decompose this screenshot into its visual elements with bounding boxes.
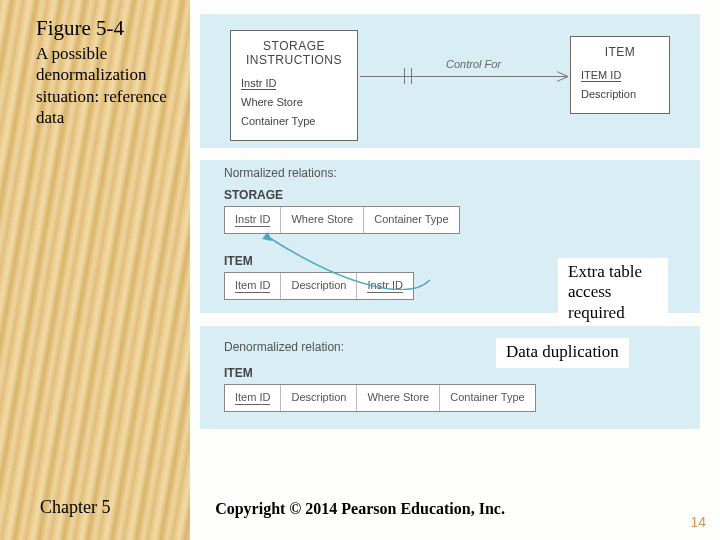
col-header: Container Type xyxy=(364,207,458,233)
copyright-text: Copyright © 2014 Pearson Education, Inc. xyxy=(0,500,720,518)
col-header: Instr ID xyxy=(357,273,412,299)
callout-extra-access: Extra table access required xyxy=(558,258,668,329)
entity-storage-instructions: STORAGE INSTRUCTIONS Instr ID Where Stor… xyxy=(230,30,358,141)
entity-pk: Instr ID xyxy=(241,77,276,90)
col-header: Description xyxy=(281,273,357,299)
entity-attr: Where Store xyxy=(241,96,303,109)
section-heading: Normalized relations: xyxy=(224,166,337,180)
entity-title: ITEM xyxy=(581,45,659,59)
crows-foot-icon xyxy=(556,69,568,83)
col-header: Item ID xyxy=(225,385,281,411)
table-title: ITEM xyxy=(224,366,253,380)
col-header: Where Store xyxy=(357,385,440,411)
figure-number: Figure 5-4 xyxy=(36,16,196,41)
col-header: Instr ID xyxy=(225,207,281,233)
entity-title: STORAGE INSTRUCTIONS xyxy=(241,39,347,67)
entity-item: ITEM ITEM ID Description xyxy=(570,36,670,114)
entity-attr: Container Type xyxy=(241,115,315,128)
figure-title-block: Figure 5-4 A possible denormalization si… xyxy=(36,16,196,128)
cardinality-tick xyxy=(404,68,405,84)
relationship-line xyxy=(360,76,568,77)
col-header: Item ID xyxy=(225,273,281,299)
item-relation: Item ID Description Instr ID xyxy=(224,272,414,300)
table-title: ITEM xyxy=(224,254,253,268)
section-heading: Denormalized relation: xyxy=(224,340,344,354)
col-header: Container Type xyxy=(440,385,534,411)
entity-attr: Description xyxy=(581,88,636,101)
table-title: STORAGE xyxy=(224,188,283,202)
figure-caption: A possible denormalization situation: re… xyxy=(36,43,196,128)
storage-relation: Instr ID Where Store Container Type xyxy=(224,206,460,234)
slide-number: 14 xyxy=(690,514,706,530)
col-header: Where Store xyxy=(281,207,364,233)
entity-pk: ITEM ID xyxy=(581,69,621,82)
relationship-label: Control For xyxy=(446,58,501,70)
cardinality-tick xyxy=(411,68,412,84)
callout-duplication: Data duplication xyxy=(496,338,629,368)
denorm-item-relation: Item ID Description Where Store Containe… xyxy=(224,384,536,412)
erd-panel: STORAGE INSTRUCTIONS Instr ID Where Stor… xyxy=(200,14,700,148)
col-header: Description xyxy=(281,385,357,411)
